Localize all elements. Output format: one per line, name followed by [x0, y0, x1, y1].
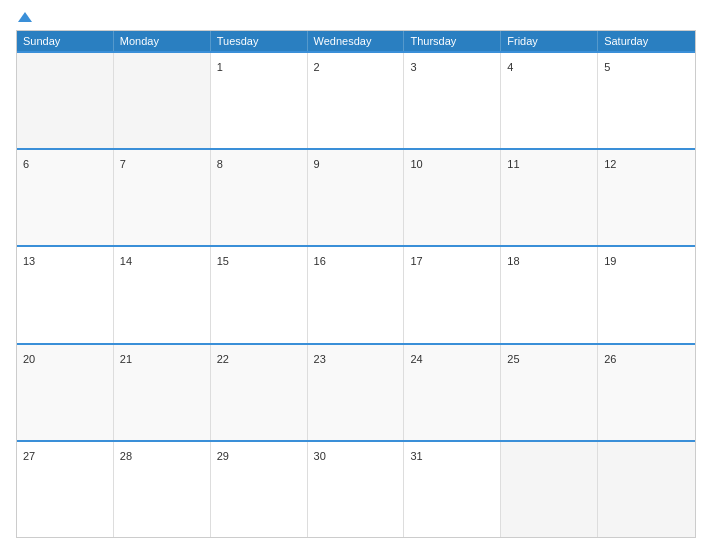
day-cell: 10: [404, 150, 501, 245]
day-cell: 2: [308, 53, 405, 148]
day-number: 25: [507, 353, 519, 365]
day-number: 26: [604, 353, 616, 365]
day-number: 11: [507, 158, 519, 170]
day-cell: 17: [404, 247, 501, 342]
day-header-friday: Friday: [501, 31, 598, 51]
day-cell: 7: [114, 150, 211, 245]
day-number: 15: [217, 255, 229, 267]
day-number: 27: [23, 450, 35, 462]
day-cell: 28: [114, 442, 211, 537]
day-cell: 15: [211, 247, 308, 342]
day-number: 21: [120, 353, 132, 365]
day-number: 30: [314, 450, 326, 462]
calendar: SundayMondayTuesdayWednesdayThursdayFrid…: [16, 30, 696, 538]
day-cell: [501, 442, 598, 537]
day-cell: 11: [501, 150, 598, 245]
day-cell: 31: [404, 442, 501, 537]
day-number: 6: [23, 158, 29, 170]
day-cell: 13: [17, 247, 114, 342]
day-cell: 20: [17, 345, 114, 440]
day-header-wednesday: Wednesday: [308, 31, 405, 51]
day-cell: 6: [17, 150, 114, 245]
day-number: 31: [410, 450, 422, 462]
day-cell: 5: [598, 53, 695, 148]
day-number: 23: [314, 353, 326, 365]
day-cell: 14: [114, 247, 211, 342]
day-number: 7: [120, 158, 126, 170]
week-row-2: 6789101112: [17, 148, 695, 245]
day-cell: [114, 53, 211, 148]
day-number: 2: [314, 61, 320, 73]
day-number: 1: [217, 61, 223, 73]
day-cell: 24: [404, 345, 501, 440]
day-cell: 12: [598, 150, 695, 245]
day-number: 22: [217, 353, 229, 365]
day-cell: 3: [404, 53, 501, 148]
day-number: 24: [410, 353, 422, 365]
day-number: 5: [604, 61, 610, 73]
day-cell: 18: [501, 247, 598, 342]
day-number: 3: [410, 61, 416, 73]
day-number: 28: [120, 450, 132, 462]
day-cell: [17, 53, 114, 148]
day-number: 4: [507, 61, 513, 73]
day-number: 10: [410, 158, 422, 170]
week-row-3: 13141516171819: [17, 245, 695, 342]
header: [16, 12, 696, 22]
day-cell: 30: [308, 442, 405, 537]
day-cell: 21: [114, 345, 211, 440]
day-number: 18: [507, 255, 519, 267]
logo: [16, 12, 32, 22]
week-row-5: 2728293031: [17, 440, 695, 537]
day-headers-row: SundayMondayTuesdayWednesdayThursdayFrid…: [17, 31, 695, 51]
day-cell: 23: [308, 345, 405, 440]
page: SundayMondayTuesdayWednesdayThursdayFrid…: [0, 0, 712, 550]
day-header-saturday: Saturday: [598, 31, 695, 51]
week-row-4: 20212223242526: [17, 343, 695, 440]
day-number: 8: [217, 158, 223, 170]
day-number: 13: [23, 255, 35, 267]
day-cell: 1: [211, 53, 308, 148]
day-cell: 4: [501, 53, 598, 148]
day-number: 17: [410, 255, 422, 267]
day-number: 16: [314, 255, 326, 267]
logo-triangle-icon: [18, 12, 32, 22]
day-number: 12: [604, 158, 616, 170]
week-row-1: 12345: [17, 51, 695, 148]
day-cell: 29: [211, 442, 308, 537]
day-cell: 26: [598, 345, 695, 440]
day-number: 19: [604, 255, 616, 267]
day-number: 9: [314, 158, 320, 170]
day-number: 29: [217, 450, 229, 462]
day-number: 14: [120, 255, 132, 267]
day-cell: 19: [598, 247, 695, 342]
day-cell: [598, 442, 695, 537]
weeks-container: 1234567891011121314151617181920212223242…: [17, 51, 695, 537]
day-cell: 25: [501, 345, 598, 440]
day-cell: 9: [308, 150, 405, 245]
day-header-tuesday: Tuesday: [211, 31, 308, 51]
day-cell: 16: [308, 247, 405, 342]
day-header-sunday: Sunday: [17, 31, 114, 51]
day-number: 20: [23, 353, 35, 365]
day-header-monday: Monday: [114, 31, 211, 51]
day-header-thursday: Thursday: [404, 31, 501, 51]
day-cell: 27: [17, 442, 114, 537]
day-cell: 22: [211, 345, 308, 440]
day-cell: 8: [211, 150, 308, 245]
